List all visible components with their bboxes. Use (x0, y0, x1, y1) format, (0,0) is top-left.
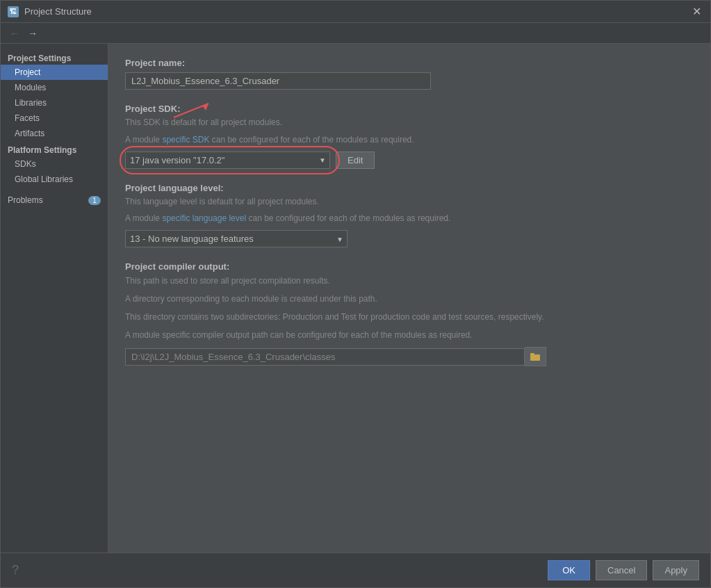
sdk-select-wrapper: 17 java version "17.0.2" ▼ (125, 152, 330, 169)
compiler-path-browse-button[interactable] (525, 347, 546, 366)
close-button[interactable]: ✕ (689, 5, 703, 19)
svg-marker-1 (203, 104, 209, 111)
language-select[interactable]: 13 - No new language features 14 - Switc… (125, 230, 348, 247)
project-compiler-label: Project compiler output: (125, 261, 694, 272)
lang-desc1: This language level is default for all p… (125, 196, 694, 208)
sidebar-item-libraries[interactable]: Libraries (1, 95, 108, 111)
project-settings-label: Project Settings (1, 49, 108, 65)
compiler-path-row (125, 347, 694, 366)
sidebar-item-sdks[interactable]: SDKs (1, 156, 108, 172)
project-structure-dialog: 🏗 Project Structure ✕ ← → Project Settin… (0, 0, 711, 588)
dialog-icon: 🏗 (8, 6, 19, 17)
sdk-desc1: This SDK is default for all project modu… (125, 117, 694, 129)
forward-button[interactable]: → (26, 28, 40, 39)
project-sdk-group: Project SDK: This SDK is default for all… (125, 104, 694, 169)
dialog-title: Project Structure (24, 6, 92, 17)
sidebar-item-facets[interactable]: Facets (1, 111, 108, 126)
sdk-select[interactable]: 17 java version "17.0.2" (125, 152, 330, 169)
platform-settings-label: Platform Settings (1, 141, 108, 156)
sidebar: Project Settings Project Modules Librari… (1, 44, 108, 553)
main-content: Project name: Project SDK: This SDK is d… (108, 44, 710, 553)
sidebar-item-modules[interactable]: Modules (1, 80, 108, 95)
compiler-desc2: A directory corresponding to each module… (125, 293, 694, 305)
sdk-row: 17 java version "17.0.2" ▼ Edit (125, 152, 694, 169)
lang-desc2: A module specific language level can be … (125, 213, 694, 224)
help-button[interactable]: ? (12, 563, 19, 578)
sidebar-item-project[interactable]: Project (1, 65, 108, 80)
problems-badge: 1 (88, 196, 101, 205)
cancel-button[interactable]: Cancel (596, 560, 647, 580)
sidebar-item-artifacts[interactable]: Artifacts (1, 126, 108, 141)
sdk-edit-button[interactable]: Edit (336, 152, 375, 169)
project-language-label: Project language level: (125, 183, 694, 193)
title-bar-left: 🏗 Project Structure (8, 6, 92, 17)
sidebar-item-problems[interactable]: Problems 1 (1, 193, 108, 208)
language-select-wrapper: 13 - No new language features 14 - Switc… (125, 230, 348, 247)
back-button[interactable]: ← (8, 28, 22, 39)
project-name-label: Project name: (125, 58, 694, 68)
project-name-group: Project name: (125, 58, 694, 90)
sdk-desc2: A module specific SDK can be configured … (125, 134, 694, 146)
svg-rect-2 (530, 354, 540, 361)
sdk-dropdown-wrapper: 17 java version "17.0.2" ▼ (125, 152, 330, 169)
folder-icon (530, 352, 540, 361)
apply-button[interactable]: Apply (653, 560, 699, 580)
project-language-group: Project language level: This language le… (125, 183, 694, 248)
ok-button[interactable]: OK (548, 560, 590, 580)
project-compiler-group: Project compiler output: This path is us… (125, 261, 694, 366)
title-bar: 🏗 Project Structure ✕ (1, 1, 710, 23)
compiler-desc3: This directory contains two subdirectori… (125, 311, 694, 323)
language-link[interactable]: specific language level (162, 213, 246, 223)
compiler-desc1: This path is used to store all project c… (125, 275, 694, 287)
compiler-path-input[interactable] (125, 348, 525, 366)
compiler-desc4: A module specific compiler output path c… (125, 329, 694, 341)
sdk-link[interactable]: specific SDK (162, 135, 209, 145)
sidebar-item-global-libraries[interactable]: Global Libraries (1, 172, 108, 187)
svg-rect-3 (530, 353, 534, 355)
problems-label: Problems (8, 195, 43, 205)
nav-bar: ← → (1, 23, 710, 44)
project-name-input[interactable] (125, 72, 431, 90)
project-sdk-label: Project SDK: (125, 104, 694, 114)
dialog-footer: ? OK Cancel Apply (1, 553, 710, 587)
content-area: Project Settings Project Modules Librari… (1, 44, 710, 553)
